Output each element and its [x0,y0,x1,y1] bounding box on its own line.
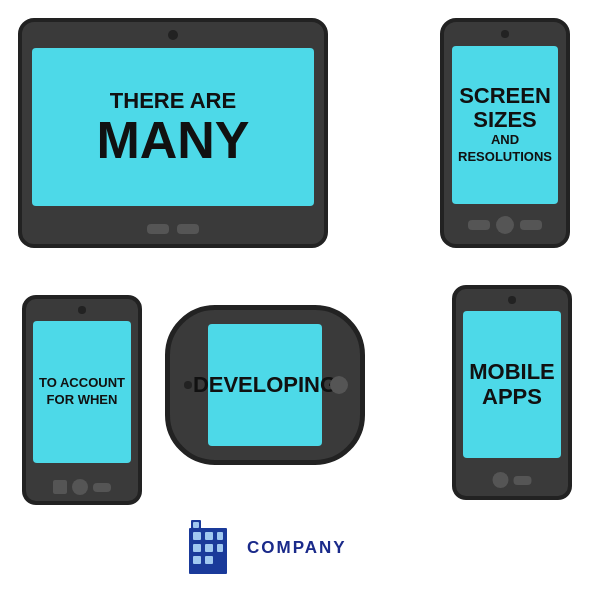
phone-tr-btn-pill [468,220,490,230]
phone-top-right: SCREEN SIZES ANDRESOLUTIONS [440,18,570,248]
logo-area: COMPANY [185,518,347,578]
phone-tr-buttons [468,216,542,234]
phone-tr-text-small: ANDRESOLUTIONS [458,132,552,166]
phone-tr-screen: SCREEN SIZES ANDRESOLUTIONS [452,46,558,204]
svg-rect-8 [205,556,213,564]
phone-br-btn-home [493,472,509,488]
scene: THERE ARE MANY SCREEN SIZES ANDRESOLUTIO… [0,0,600,600]
phone-bm-btn-home [330,376,348,394]
tablet-btn-1 [147,224,169,234]
svg-rect-1 [193,532,201,540]
svg-rect-3 [217,532,223,540]
phone-bl-btn-sq [53,480,67,494]
phone-bm-screen: DEVELOPING [208,324,322,446]
svg-rect-4 [193,544,201,552]
phone-bottom-middle: DEVELOPING [165,305,365,465]
tablet-screen: THERE ARE MANY [32,48,314,206]
phone-bottom-right: MOBILE APPS [452,285,572,500]
svg-rect-7 [193,556,201,564]
phone-tr-camera [501,30,509,38]
phone-bl-screen: TO ACCOUNTFOR WHEN [33,321,131,463]
phone-bl-buttons [53,479,111,495]
company-label: COMPANY [247,538,347,558]
phone-tr-text-line2: SIZES [473,108,537,132]
company-logo-icon [185,518,237,578]
phone-tr-btn-home [496,216,514,234]
phone-br-buttons [493,472,532,488]
svg-rect-2 [205,532,213,540]
phone-bm-camera [184,381,192,389]
phone-bl-btn-home [72,479,88,495]
phone-bl-btn-pill [93,483,111,492]
tablet-device: THERE ARE MANY [18,18,328,248]
phone-bm-text: DEVELOPING [193,372,337,398]
phone-bl-text: TO ACCOUNTFOR WHEN [39,375,125,409]
phone-br-text-line1: MOBILE [469,360,555,384]
phone-br-btn-pill [514,476,532,485]
svg-rect-6 [217,544,223,552]
tablet-buttons [147,224,199,234]
phone-br-screen: MOBILE APPS [463,311,561,458]
phone-tr-btn-pill2 [520,220,542,230]
tablet-camera [168,30,178,40]
phone-bl-camera [78,306,86,314]
tablet-text-big: MANY [96,114,249,166]
phone-br-camera [508,296,516,304]
tablet-btn-2 [177,224,199,234]
svg-rect-10 [193,522,199,528]
phone-bottom-left: TO ACCOUNTFOR WHEN [22,295,142,505]
phone-tr-text-line1: SCREEN [459,84,551,108]
svg-rect-5 [205,544,213,552]
phone-br-text-line2: APPS [482,385,542,409]
